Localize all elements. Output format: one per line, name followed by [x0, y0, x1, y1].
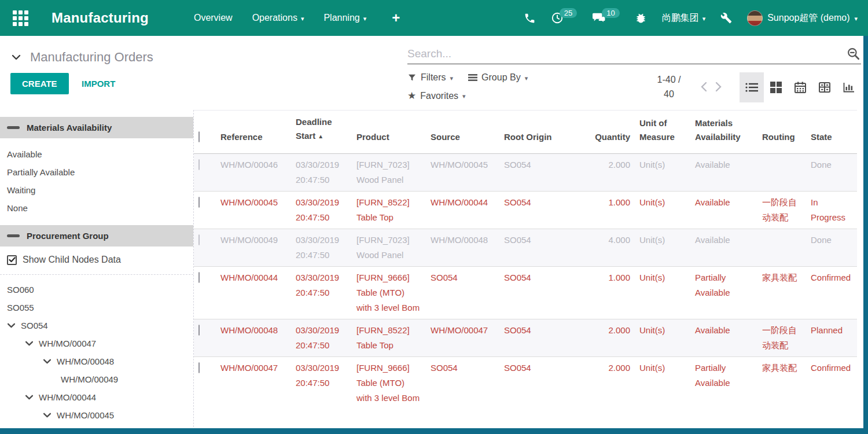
- chevron-down-icon[interactable]: [12, 54, 21, 60]
- cell-deadline: 03/30/2019 20:47:50: [291, 154, 352, 192]
- horizontal-scrollbar[interactable]: [0, 428, 868, 434]
- table-row[interactable]: WH/MO/0004403/30/2019 20:47:50[FURN_9666…: [194, 267, 857, 319]
- filter-item-partially-available[interactable]: Partially Available: [0, 163, 193, 181]
- col-root-origin[interactable]: Root Origin: [499, 111, 573, 154]
- row-checkbox[interactable]: [198, 272, 200, 283]
- select-all-checkbox[interactable]: [198, 131, 200, 142]
- table-row[interactable]: WH/MO/0004903/30/2019 20:47:50[FURN_7023…: [194, 229, 857, 267]
- bar-chart-icon: [843, 82, 855, 93]
- section-procurement-group[interactable]: Procurement Group: [0, 225, 193, 247]
- menu-overview[interactable]: Overview: [194, 13, 233, 23]
- tree-item[interactable]: WH/MO/00048: [0, 352, 193, 370]
- col-deadline-start[interactable]: Deadline Start▲: [291, 111, 352, 154]
- row-checkbox[interactable]: [198, 197, 200, 208]
- group-by-button[interactable]: Group By ▾: [468, 72, 528, 83]
- cell-routing: 一阶段自动装配: [757, 319, 806, 357]
- cell-uom: Unit(s): [635, 267, 690, 319]
- procurement-group-tree: SO060SO055SO054WH/MO/00047WH/MO/00048WH/…: [0, 275, 193, 427]
- breadcrumb: Manufacturing Orders: [12, 50, 407, 65]
- cell-state: In Progress: [806, 192, 857, 229]
- filters-button[interactable]: Filters ▾: [407, 72, 453, 83]
- row-checkbox[interactable]: [198, 159, 200, 170]
- cell-reference: WH/MO/00046: [216, 154, 291, 192]
- cell-product: [FURN_8522] Table Top: [352, 319, 426, 357]
- row-checkbox[interactable]: [198, 362, 200, 373]
- chevron-down-icon: ▾: [363, 16, 367, 22]
- phone-icon[interactable]: [524, 12, 536, 24]
- cell-product: [FURN_9666] Table (MTO) with 3 level Bom: [352, 267, 426, 319]
- cell-routing: [757, 229, 806, 267]
- show-child-nodes-checkbox[interactable]: Show Child Nodes Data: [0, 247, 193, 275]
- list-icon: [745, 82, 758, 93]
- bug-icon[interactable]: [635, 12, 647, 24]
- tree-item-label: WH/MO/00049: [61, 374, 118, 384]
- select-all-cell[interactable]: [194, 111, 216, 154]
- app-title[interactable]: Manufacturing: [52, 10, 149, 26]
- chevron-down-icon[interactable]: [43, 359, 52, 364]
- tree-item[interactable]: SO055: [0, 299, 193, 317]
- orders-table: Reference Deadline Start▲ Product Source…: [194, 110, 857, 409]
- list-view: Reference Deadline Start▲ Product Source…: [194, 110, 868, 427]
- vertical-scrollbar[interactable]: [863, 36, 868, 428]
- filter-item-none[interactable]: None: [0, 199, 193, 217]
- collapse-dash-icon: [7, 126, 20, 129]
- col-source[interactable]: Source: [426, 111, 499, 154]
- pager-next-button[interactable]: [715, 82, 722, 92]
- graph-view-button[interactable]: [837, 72, 861, 102]
- apps-menu-icon[interactable]: [13, 10, 28, 26]
- search-icon[interactable]: [846, 46, 861, 61]
- table-row[interactable]: WH/MO/0004503/30/2019 20:47:50[FURN_8522…: [194, 192, 857, 229]
- kanban-view-button[interactable]: [764, 72, 788, 102]
- user-menu[interactable]: Sunpop超管 (demo) ▾: [747, 10, 858, 26]
- tree-item[interactable]: WH/MO/00049: [0, 370, 193, 388]
- chevron-down-icon[interactable]: [25, 395, 34, 400]
- add-menu-button[interactable]: +: [392, 10, 400, 26]
- chevron-down-icon: ▾: [462, 93, 466, 100]
- activities-button[interactable]: 25: [551, 12, 577, 24]
- col-state[interactable]: State: [806, 111, 857, 154]
- list-view-button[interactable]: [740, 72, 764, 102]
- chevron-down-icon: ▾: [525, 75, 528, 82]
- col-product[interactable]: Product: [352, 111, 426, 154]
- row-checkbox[interactable]: [198, 234, 200, 245]
- section-materials-availability[interactable]: Materials Availability: [0, 117, 193, 138]
- col-reference[interactable]: Reference: [216, 111, 291, 154]
- col-materials-availability[interactable]: Materials Availability: [690, 111, 757, 154]
- filter-item-waiting[interactable]: Waiting: [0, 181, 193, 199]
- cell-availability: Available: [690, 319, 757, 357]
- messages-button[interactable]: 10: [592, 12, 619, 24]
- company-switcher[interactable]: 尚鹏集团 ▾: [662, 12, 706, 24]
- table-row[interactable]: WH/MO/0004603/30/2019 20:47:50[FURN_7023…: [194, 154, 857, 192]
- calendar-view-button[interactable]: [788, 72, 812, 102]
- chevron-down-icon[interactable]: [43, 413, 52, 418]
- table-row[interactable]: WH/MO/0004803/30/2019 20:47:50[FURN_8522…: [194, 319, 857, 357]
- tree-item[interactable]: WH/MO/00045: [0, 406, 193, 424]
- import-button[interactable]: IMPORT: [82, 79, 115, 89]
- search-input[interactable]: [407, 47, 846, 60]
- tree-item-label: WH/MO/00044: [39, 392, 96, 402]
- chevron-down-icon[interactable]: [7, 323, 16, 328]
- tools-icon[interactable]: [720, 12, 732, 24]
- create-button[interactable]: CREATE: [10, 73, 69, 94]
- row-checkbox[interactable]: [198, 325, 200, 336]
- filter-item-available[interactable]: Available: [0, 145, 193, 163]
- col-routing[interactable]: Routing: [757, 111, 806, 154]
- col-unit-of-measure[interactable]: Unit of Measure: [635, 111, 690, 154]
- tree-item[interactable]: WH/MO/00044: [0, 388, 193, 406]
- tree-item[interactable]: WH/MO/00047: [0, 334, 193, 352]
- pivot-view-button[interactable]: [812, 72, 837, 102]
- tree-item[interactable]: SO060: [0, 281, 193, 299]
- cell-quantity: 2.000: [573, 357, 635, 410]
- menu-planning[interactable]: Planning ▾: [323, 13, 366, 23]
- pager-previous-button[interactable]: [700, 82, 707, 92]
- tree-item[interactable]: SO054: [0, 317, 193, 334]
- tree-item-label: SO060: [7, 285, 34, 295]
- chevron-down-icon[interactable]: [25, 341, 34, 346]
- table-row[interactable]: WH/MO/0004703/30/2019 20:47:50[FURN_9666…: [194, 357, 857, 410]
- messages-badge: 10: [602, 8, 619, 18]
- col-quantity[interactable]: Quantity: [573, 111, 635, 154]
- cell-checkbox: [194, 229, 216, 267]
- favorites-button[interactable]: ★ Favorites ▾: [407, 90, 466, 102]
- menu-operations[interactable]: Operations ▾: [252, 13, 304, 23]
- cell-quantity: 2.000: [573, 154, 635, 192]
